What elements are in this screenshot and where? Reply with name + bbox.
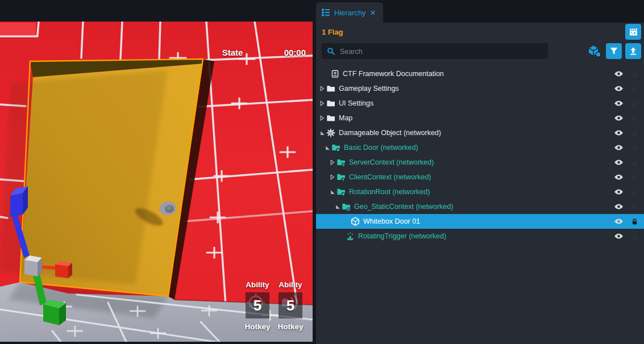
lock-icon[interactable] (631, 173, 638, 182)
visibility-eye-icon[interactable] (614, 173, 624, 182)
eye-icon (614, 232, 624, 241)
expand-arrow-collapsed[interactable] (318, 115, 326, 121)
panel-left-edge (313, 0, 316, 344)
expand-arrow-collapsed[interactable] (329, 160, 336, 165)
lock-icon (631, 188, 638, 196)
expand-arrow-collapsed-icon (330, 174, 335, 180)
ability-slot-1: Ability 5 Hotkey (242, 280, 273, 331)
visibility-eye-icon[interactable] (614, 158, 624, 167)
expand-arrow-collapsed-icon (320, 100, 325, 106)
damageable-gear-icon (326, 128, 335, 137)
tree-row-rotationroot-networked[interactable]: RotationRoot (networked) (316, 184, 644, 199)
lock-icon[interactable] (631, 99, 638, 108)
tree-row-map[interactable]: Map (316, 111, 644, 125)
tree-row-whitebox-door-01[interactable]: Whitebox Door 01 (316, 214, 644, 229)
eye-icon (614, 158, 624, 167)
search-icon (327, 47, 335, 56)
server-context-icon (336, 158, 346, 167)
3d-viewport[interactable]: State 00:00 Ability 5 Hotkey Ability (0, 22, 313, 344)
ability-box-2: 5 (279, 292, 302, 318)
expand-arrow-expanded[interactable] (329, 190, 336, 195)
tab-label: Hierarchy (334, 9, 366, 17)
entity-label: Damageable Object (networked) (339, 129, 614, 137)
network-view-toggle[interactable] (588, 45, 601, 57)
expand-arrow-expanded-icon (335, 204, 340, 209)
expand-arrow-expanded[interactable] (334, 204, 342, 209)
entity-label: Geo_StaticContext (networked) (354, 203, 614, 211)
expand-arrow-collapsed[interactable] (318, 100, 326, 106)
lock-icon (631, 129, 638, 137)
tab-hierarchy[interactable]: Hierarchy ✕ (316, 2, 383, 23)
tree-row-damageable-object-networked[interactable]: Damageable Object (networked) (316, 125, 644, 140)
lock-icon[interactable] (631, 217, 638, 226)
visibility-eye-icon[interactable] (614, 114, 624, 123)
tree-row-ctf-framework-documentation[interactable]: CTF Framework Documentation (316, 66, 644, 81)
lock-icon[interactable] (631, 85, 638, 93)
publish-button[interactable] (625, 43, 641, 59)
entity-label: RotatingTrigger (networked) (358, 232, 614, 240)
entity-type-icon (326, 114, 335, 123)
bright-tile (0, 23, 36, 35)
mesh-cube-icon (351, 217, 360, 226)
ability-label: Ability (275, 280, 306, 289)
visibility-eye-icon[interactable] (614, 202, 624, 211)
eye-icon (614, 173, 624, 182)
eye-icon (614, 217, 624, 226)
eye-icon (614, 202, 624, 211)
lock-icon[interactable] (631, 188, 638, 196)
entity-label: ServerContext (networked) (349, 158, 614, 166)
publish-icon (629, 47, 638, 56)
hud-timer: 00:00 (281, 48, 306, 57)
ability-value: 5 (246, 292, 269, 318)
tree-row-servercontext-networked[interactable]: ServerContext (networked) (316, 155, 644, 170)
close-icon[interactable]: ✕ (370, 9, 376, 16)
document-icon (331, 69, 339, 78)
expand-arrow-collapsed[interactable] (329, 174, 336, 180)
search-box[interactable] (322, 43, 548, 59)
entity-type-icon (336, 187, 346, 196)
tree-row-rotatingtrigger-networked[interactable]: RotatingTrigger (networked) (316, 229, 644, 244)
visibility-eye-icon[interactable] (614, 232, 624, 241)
lock-icon (631, 232, 638, 241)
visibility-eye-icon[interactable] (614, 143, 624, 152)
visibility-eye-icon[interactable] (614, 84, 624, 93)
entity-label: Whitebox Door 01 (363, 217, 614, 225)
tree-row-ui-settings[interactable]: UI Settings (316, 96, 644, 111)
gizmo-center-handle[interactable] (24, 255, 42, 276)
entity-type-icon (351, 217, 360, 226)
lock-icon[interactable] (631, 158, 638, 167)
expand-arrow-expanded[interactable] (318, 131, 326, 136)
entity-label: ClientContext (networked) (349, 173, 614, 181)
entity-label: CTF Framework Documentation (343, 70, 614, 78)
expand-arrow-expanded-icon (320, 131, 325, 136)
lock-icon[interactable] (631, 203, 638, 211)
tree-row-clientcontext-networked[interactable]: ClientContext (networked) (316, 170, 644, 184)
lock-icon (631, 85, 638, 93)
filter-button[interactable] (606, 43, 622, 59)
cinematic-button[interactable] (625, 24, 641, 40)
visibility-eye-icon[interactable] (614, 187, 624, 196)
visibility-eye-icon[interactable] (614, 69, 624, 78)
visibility-eye-icon[interactable] (614, 217, 624, 226)
entity-label: RotationRoot (networked) (349, 188, 614, 196)
lock-icon[interactable] (631, 114, 638, 123)
lock-icon (631, 158, 638, 167)
search-input[interactable] (339, 43, 546, 60)
tree-row-gameplay-settings[interactable]: Gameplay Settings (316, 81, 644, 96)
tree-row-basic-door-networked[interactable]: Basic Door (networked) (316, 140, 644, 155)
hierarchy-icon (321, 8, 330, 17)
visibility-eye-icon[interactable] (614, 99, 624, 108)
lock-icon[interactable] (631, 129, 638, 137)
entity-type-icon (336, 158, 346, 167)
expand-arrow-expanded[interactable] (323, 145, 331, 150)
lock-icon (631, 144, 638, 152)
tree-row-geo-staticcontext-networked[interactable]: Geo_StaticContext (networked) (316, 199, 644, 214)
lock-icon[interactable] (631, 144, 638, 152)
ability-label: Ability (242, 280, 273, 289)
visibility-eye-icon[interactable] (614, 128, 624, 137)
lock-icon[interactable] (631, 232, 638, 241)
entity-type-icon (330, 69, 339, 78)
lock-icon[interactable] (631, 70, 638, 78)
expand-arrow-collapsed[interactable] (318, 86, 326, 91)
lock-icon (631, 99, 638, 108)
